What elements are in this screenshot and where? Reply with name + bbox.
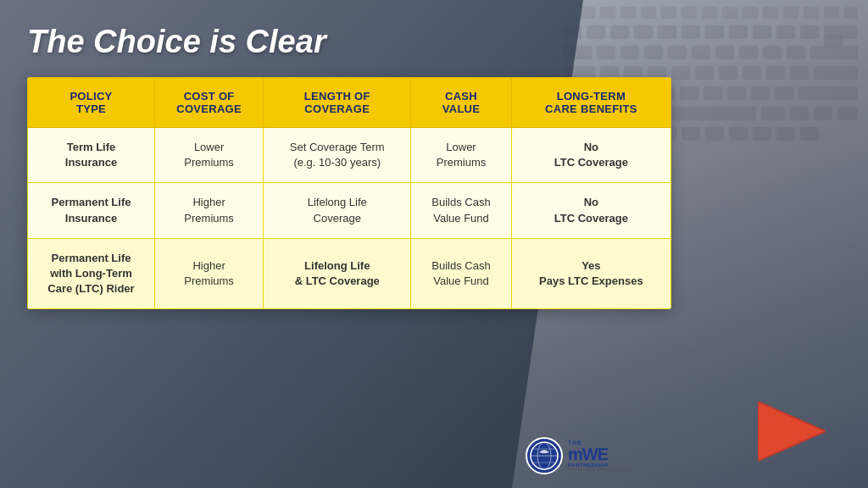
svg-rect-56 — [682, 127, 700, 141]
logo-globe-icon — [526, 437, 563, 474]
cursor-arrow-icon — [758, 402, 826, 461]
svg-rect-18 — [715, 46, 734, 59]
svg-rect-22 — [810, 46, 858, 59]
svg-rect-73 — [783, 7, 798, 19]
svg-marker-82 — [758, 402, 826, 461]
svg-rect-68 — [682, 7, 697, 19]
svg-rect-47 — [761, 107, 785, 120]
page-title: The Choice is Clear — [27, 24, 651, 60]
svg-rect-30 — [743, 66, 761, 80]
cell-cost-term: LowerPremiums — [155, 128, 264, 183]
cell-policy-ltc-rider: Permanent Lifewith Long-TermCare (LTC) R… — [28, 238, 155, 309]
table-row: Permanent Lifewith Long-TermCare (LTC) R… — [28, 238, 671, 309]
svg-rect-33 — [814, 66, 858, 80]
svg-rect-6 — [705, 25, 724, 39]
svg-rect-31 — [766, 66, 785, 80]
svg-rect-74 — [804, 7, 819, 19]
svg-rect-48 — [790, 107, 809, 120]
cell-cash-ltc-rider: Builds CashValue Fund — [411, 238, 511, 309]
svg-rect-29 — [719, 66, 737, 80]
svg-rect-49 — [814, 107, 832, 120]
svg-rect-58 — [729, 127, 748, 141]
cell-cash-permanent: Builds CashValue Fund — [411, 183, 511, 238]
svg-rect-43 — [798, 86, 858, 100]
header-ltc: LONG-TERMCARE BENEFITS — [511, 78, 670, 128]
logo-tagline-text: INSURANCE SERVICES LLC — [568, 468, 630, 472]
svg-rect-59 — [753, 127, 771, 141]
logo-text-block: THE mWE PARTNERSHIP INSURANCE SERVICES L… — [568, 440, 630, 472]
cell-policy-permanent: Permanent LifeInsurance — [28, 183, 155, 238]
svg-rect-9 — [776, 25, 795, 39]
svg-rect-61 — [800, 127, 819, 141]
cell-ltc-term: NoLTC Coverage — [511, 128, 670, 183]
svg-rect-10 — [800, 25, 819, 39]
svg-rect-28 — [695, 66, 714, 80]
svg-rect-5 — [682, 25, 700, 39]
svg-rect-75 — [824, 7, 839, 19]
cell-ltc-permanent: NoLTC Coverage — [511, 183, 670, 238]
svg-rect-20 — [763, 46, 782, 59]
mwe-logo-container: THE mWE PARTNERSHIP INSURANCE SERVICES L… — [526, 437, 630, 474]
cell-cash-term: LowerPremiums — [411, 128, 511, 183]
svg-rect-40 — [727, 86, 746, 100]
svg-rect-60 — [776, 127, 795, 141]
svg-rect-57 — [705, 127, 724, 141]
logo-mwe-text: mWE — [568, 446, 630, 463]
content-wrapper: The Choice is Clear POLICYTYPE COST OFCO… — [0, 0, 678, 326]
table-header-row: POLICYTYPE COST OFCOVERAGE LENGTH OFCOVE… — [28, 78, 671, 128]
cell-length-permanent: Lifelong LifeCoverage — [264, 183, 411, 238]
svg-rect-17 — [692, 46, 710, 59]
header-length: LENGTH OFCOVERAGE — [264, 78, 411, 128]
svg-rect-32 — [790, 66, 809, 80]
cell-cost-permanent: HigherPremiums — [155, 183, 264, 238]
svg-rect-62 — [824, 34, 843, 47]
cell-length-ltc-rider: Lifelong Life& LTC Coverage — [264, 238, 411, 309]
svg-rect-39 — [704, 86, 722, 100]
svg-rect-71 — [743, 7, 758, 19]
svg-rect-50 — [837, 107, 858, 120]
svg-rect-41 — [751, 86, 770, 100]
svg-rect-21 — [787, 46, 805, 59]
svg-rect-7 — [729, 25, 748, 39]
svg-rect-8 — [753, 25, 771, 39]
table-row: Term LifeInsurance LowerPremiums Set Cov… — [28, 128, 671, 183]
header-cost: COST OFCOVERAGE — [155, 78, 264, 128]
svg-rect-76 — [844, 7, 858, 19]
cell-policy-term: Term LifeInsurance — [28, 128, 155, 183]
table-row: Permanent LifeInsurance HigherPremiums L… — [28, 183, 671, 238]
svg-rect-70 — [722, 7, 737, 19]
header-cash: CASHVALUE — [411, 78, 511, 128]
svg-rect-38 — [680, 86, 698, 100]
svg-rect-72 — [763, 7, 778, 19]
comparison-table: POLICYTYPE COST OFCOVERAGE LENGTH OFCOVE… — [27, 77, 671, 309]
cell-ltc-ltc-rider: YesPays LTC Expenses — [511, 238, 670, 309]
header-policy-type: POLICYTYPE — [28, 78, 155, 128]
svg-rect-69 — [702, 7, 717, 19]
svg-rect-19 — [739, 46, 758, 59]
cell-length-term: Set Coverage Term(e.g. 10-30 years) — [264, 128, 411, 183]
svg-rect-42 — [775, 86, 793, 100]
cell-cost-ltc-rider: HigherPremiums — [155, 238, 264, 309]
cursor-arrow-container — [758, 402, 826, 464]
